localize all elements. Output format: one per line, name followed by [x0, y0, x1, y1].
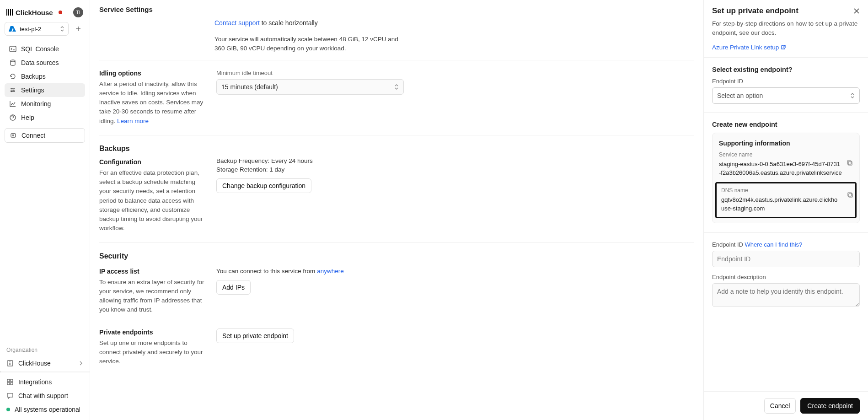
- sidebar-item-label: Integrations: [18, 378, 52, 386]
- chevron-up-down-icon: [850, 92, 855, 99]
- service-name: test-pl-2: [20, 26, 41, 32]
- brand-header: ClickHouse TI: [5, 5, 85, 22]
- sidebar-item-label: Monitoring: [21, 100, 51, 108]
- private-endpoint-panel: Set up private endpoint For step-by-step…: [703, 0, 868, 420]
- backup-frequency: Backup Frequency: Every 24 hours: [216, 157, 413, 164]
- service-name-label: Service name: [719, 151, 853, 158]
- svg-rect-15: [847, 161, 851, 164]
- dns-name-label: DNS name: [721, 187, 851, 194]
- idle-timeout-select[interactable]: 15 minutes (default): [216, 79, 404, 95]
- database-icon: [9, 59, 16, 66]
- panel-intro: For step-by-step directions on how to se…: [712, 19, 860, 38]
- close-icon: [853, 8, 860, 14]
- sidebar-item-sql-console[interactable]: SQL Console: [5, 42, 85, 56]
- sidebar-item-data-sources[interactable]: Data sources: [5, 56, 85, 70]
- endpoint-id-field-label: Endpoint ID Where can I find this?: [712, 241, 860, 248]
- scaling-description: Your service will automatically scale be…: [214, 35, 402, 54]
- org-name: ClickHouse: [18, 360, 51, 367]
- puzzle-icon: [6, 378, 14, 386]
- backups-desc: For an effective data protection plan, s…: [99, 168, 205, 233]
- sidebar-item-label: SQL Console: [21, 45, 59, 53]
- sidebar-item-monitoring[interactable]: Monitoring: [5, 97, 85, 111]
- sliders-icon: [9, 86, 16, 94]
- connect-button[interactable]: Connect: [5, 128, 85, 143]
- security-title: Security: [99, 252, 694, 260]
- endpoint-desc-label: Endpoint description: [712, 274, 860, 280]
- sidebar-item-help[interactable]: Help: [5, 111, 85, 124]
- copy-dns-button[interactable]: [847, 192, 853, 198]
- idling-learn-more-link[interactable]: Learn more: [117, 118, 149, 124]
- svg-rect-13: [11, 382, 13, 385]
- sidebar-item-label: Settings: [21, 86, 44, 94]
- connect-label: Connect: [21, 132, 45, 139]
- external-link-icon: [781, 44, 786, 50]
- svg-rect-12: [7, 382, 10, 385]
- create-endpoint-button[interactable]: Create endpoint: [800, 398, 860, 414]
- add-ips-button[interactable]: Add IPs: [216, 280, 251, 295]
- where-find-link[interactable]: Where can I find this?: [745, 241, 803, 248]
- setup-private-endpoint-button[interactable]: Set up private endpoint: [216, 328, 294, 343]
- contact-suffix: to scale horizontally: [260, 19, 318, 27]
- add-service-button[interactable]: [71, 22, 85, 36]
- chart-icon: [9, 100, 16, 108]
- backup-retention: Storage Retention: 1 day: [216, 166, 413, 173]
- sidebar-item-label: Backups: [21, 73, 46, 80]
- sidebar-item-label: Help: [21, 114, 34, 121]
- endpoint-id-input[interactable]: [712, 251, 860, 267]
- endpoint-desc-textarea[interactable]: [712, 283, 860, 307]
- svg-point-6: [11, 91, 12, 92]
- svg-point-4: [11, 88, 13, 90]
- history-icon: [9, 73, 16, 80]
- help-icon: [9, 114, 16, 121]
- private-endpoints-title: Private endpoints: [99, 328, 205, 336]
- chevron-up-down-icon: [394, 84, 399, 90]
- sidebar-item-label: Chat with support: [18, 392, 68, 399]
- svg-rect-16: [849, 194, 852, 197]
- cancel-button[interactable]: Cancel: [764, 398, 796, 414]
- doc-link[interactable]: Azure Private Link setup: [712, 44, 786, 51]
- page-title: Service Settings: [90, 0, 703, 19]
- svg-rect-8: [11, 134, 16, 137]
- status-ok-icon: [6, 408, 10, 411]
- user-avatar[interactable]: TI: [73, 7, 83, 17]
- svg-rect-17: [848, 193, 852, 196]
- sidebar-item-chat[interactable]: Chat with support: [0, 389, 90, 403]
- sidebar-item-integrations[interactable]: Integrations: [0, 375, 90, 389]
- svg-rect-14: [848, 162, 852, 165]
- azure-icon: [9, 25, 16, 32]
- sidebar-item-status[interactable]: All systems operational: [0, 403, 90, 416]
- sidebar: ClickHouse TI test-pl-2: [0, 0, 90, 420]
- sidebar-item-label: Data sources: [21, 59, 59, 66]
- dns-name-value: gqtv8o2m4k.eastus.privatelink.azure.clic…: [721, 195, 851, 213]
- ip-access-title: IP access list: [99, 268, 205, 275]
- brand-name: ClickHouse: [16, 9, 53, 16]
- org-switcher[interactable]: ClickHouse: [0, 356, 90, 372]
- sidebar-nav: SQL Console Data sources Backups Setting…: [0, 40, 90, 126]
- change-backup-config-button[interactable]: Change backup configuration: [216, 178, 311, 193]
- status-dot-icon: [59, 11, 62, 14]
- svg-marker-0: [9, 26, 13, 32]
- sidebar-item-backups[interactable]: Backups: [5, 70, 85, 83]
- svg-rect-2: [10, 46, 16, 52]
- svg-rect-11: [11, 379, 13, 382]
- svg-point-5: [13, 90, 15, 91]
- create-new-heading: Create new endpoint: [712, 121, 860, 128]
- svg-rect-9: [8, 361, 12, 366]
- contact-support-link[interactable]: Contact support: [214, 19, 260, 27]
- main-content: Service Settings Contact support to scal…: [90, 0, 703, 420]
- panel-close-button[interactable]: [853, 8, 860, 14]
- idle-timeout-value: 15 minutes (default): [221, 83, 278, 91]
- endpoint-id-select[interactable]: Select an option: [712, 87, 860, 104]
- idle-timeout-label: Minimum idle timeout: [216, 70, 413, 76]
- org-heading: Organization: [0, 347, 90, 356]
- ip-connect-text: You can connect to this service from any…: [216, 268, 413, 275]
- copy-service-name-button[interactable]: [847, 160, 853, 166]
- building-icon: [6, 360, 14, 367]
- svg-rect-10: [7, 379, 10, 382]
- anywhere-link[interactable]: anywhere: [317, 268, 344, 275]
- service-selector[interactable]: test-pl-2: [5, 22, 69, 36]
- terminal-icon: [9, 45, 16, 53]
- sidebar-item-settings[interactable]: Settings: [5, 83, 85, 97]
- sidebar-item-label: All systems operational: [15, 406, 80, 413]
- idling-title: Idling options: [99, 70, 205, 77]
